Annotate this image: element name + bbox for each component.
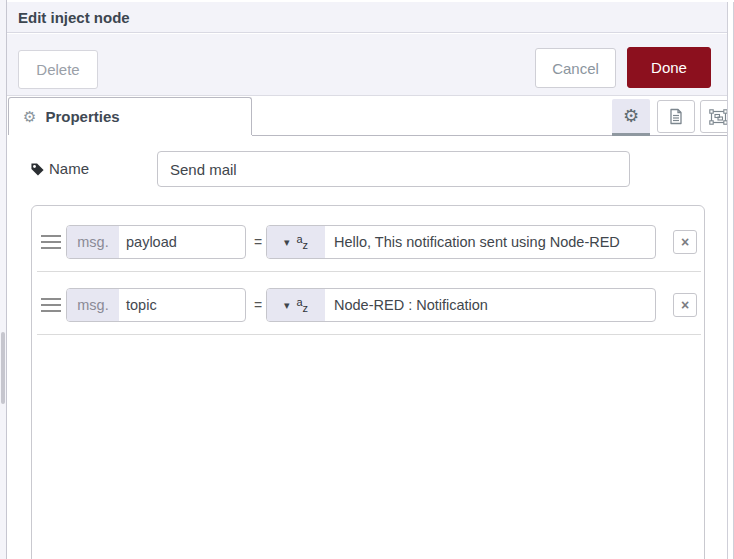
tab-bar: ⚙ Properties ⚙ [7, 97, 734, 136]
gear-icon: ⚙ [23, 108, 36, 126]
tag-icon [30, 162, 45, 177]
type-select-button[interactable]: ▾ az [267, 226, 325, 258]
remove-row-button[interactable]: × [673, 293, 697, 317]
typed-value-input[interactable]: ▾ az Node-RED : Notification [266, 288, 656, 322]
msg-prefix: msg. [67, 226, 119, 258]
tab-properties[interactable]: ⚙ Properties [8, 97, 252, 135]
row-divider [37, 334, 701, 335]
close-icon: × [681, 235, 689, 249]
prop-target-input[interactable]: msg. payload [66, 225, 246, 259]
inject-props-list: msg. payload = ▾ az Hello, This notifica… [31, 205, 705, 559]
edit-inject-node-dialog: { "window": { "title": "Edit inject node… [0, 0, 734, 559]
object-group-icon [709, 109, 728, 125]
gear-icon: ⚙ [623, 105, 639, 127]
dialog-toolbar: Delete Cancel Done [7, 34, 734, 96]
string-type-icon: az [296, 237, 308, 248]
name-form-row: Name [7, 151, 734, 187]
prop-key: payload [119, 226, 177, 258]
prop-row-payload: msg. payload = ▾ az Hello, This notifica… [32, 223, 704, 285]
prop-row-topic: msg. topic = ▾ az Node-RED : Notificatio… [32, 284, 704, 346]
typed-value-input[interactable]: ▾ az Hello, This notification sent using… [266, 225, 656, 259]
cancel-button[interactable]: Cancel [535, 48, 616, 88]
remove-row-button[interactable]: × [673, 230, 697, 254]
prop-key: topic [119, 289, 157, 321]
prop-value[interactable]: Node-RED : Notification [325, 289, 488, 321]
tab-bar-divider [252, 135, 734, 136]
drag-handle-icon[interactable] [41, 298, 61, 312]
delete-button[interactable]: Delete [18, 50, 98, 89]
type-select-button[interactable]: ▾ az [267, 289, 325, 321]
prop-value[interactable]: Hello, This notification sent using Node… [325, 226, 620, 258]
tab-properties-label: Properties [45, 108, 119, 125]
tray-scrollbar-track[interactable] [727, 2, 734, 559]
edit-properties-button[interactable]: ⚙ [612, 99, 650, 136]
dialog-title: Edit inject node [18, 9, 130, 26]
equals-sign: = [251, 288, 265, 322]
close-icon: × [681, 298, 689, 312]
row-divider [37, 271, 701, 272]
chevron-down-icon: ▾ [284, 236, 290, 249]
drag-handle-icon[interactable] [41, 235, 61, 249]
msg-prefix: msg. [67, 289, 119, 321]
name-input[interactable] [157, 151, 630, 187]
dialog-title-bar: Edit inject node [7, 2, 734, 33]
prop-target-input[interactable]: msg. topic [66, 288, 246, 322]
done-button[interactable]: Done [627, 47, 711, 88]
name-label: Name [49, 160, 89, 177]
string-type-icon: az [296, 300, 308, 311]
workspace-edge-strip [0, 0, 7, 559]
node-description-button[interactable] [657, 100, 695, 133]
tray-resize-handle[interactable] [1, 332, 5, 404]
equals-sign: = [251, 225, 265, 259]
document-icon [668, 108, 684, 125]
chevron-down-icon: ▾ [284, 299, 290, 312]
edit-tray: Edit inject node Delete Cancel Done ⚙ Pr… [7, 0, 734, 559]
